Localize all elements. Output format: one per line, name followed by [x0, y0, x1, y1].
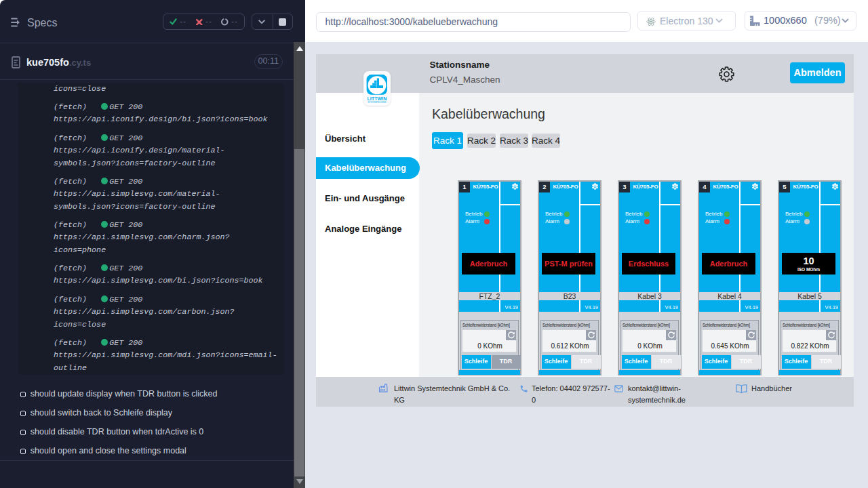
svg-text:SYSTEMTECHNIK: SYSTEMTECHNIK — [368, 101, 387, 104]
